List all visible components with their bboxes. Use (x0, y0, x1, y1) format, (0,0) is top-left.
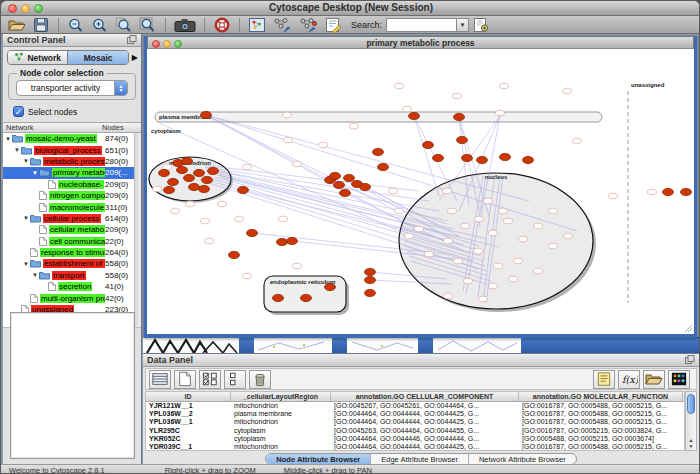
zoom-in-button[interactable] (88, 16, 112, 33)
network-node[interactable] (365, 289, 376, 296)
scrollbar-arrows[interactable]: ▲▼ (686, 437, 696, 449)
float-panel-icon[interactable] (127, 35, 137, 46)
network-node[interactable] (168, 178, 179, 185)
background-window-fragment[interactable] (347, 337, 418, 353)
network-node[interactable] (663, 188, 674, 195)
network-node[interactable] (409, 112, 420, 119)
network-node[interactable] (457, 136, 468, 143)
tab-network-attribute-browser[interactable]: Network Attribute Browser (469, 454, 576, 464)
tree-row[interactable]: response to stimulu264(0) (3, 247, 141, 258)
save-button[interactable] (29, 16, 53, 33)
network-node[interactable] (433, 154, 444, 161)
table-row[interactable]: YLR295Ccytoplasm[GO:0045263, GO:0044464,… (146, 427, 684, 435)
network-node[interactable] (194, 169, 205, 176)
network-node[interactable] (340, 189, 351, 196)
network-node[interactable] (201, 111, 212, 118)
tab-overflow-icon[interactable]: ▶ (132, 53, 138, 62)
network-node[interactable] (360, 183, 371, 190)
attr-select-button[interactable] (199, 370, 221, 389)
scrollbar-thumb[interactable] (687, 394, 695, 414)
tree-row[interactable]: ▼mosaic-demo-yeast874(0) (3, 133, 141, 144)
network-node[interactable] (159, 169, 170, 176)
column-header[interactable]: annotation.GO MOLECULAR_FUNCTION (519, 392, 683, 401)
network-node[interactable] (523, 156, 534, 163)
tree-row[interactable]: cellular metabo209(0) (3, 224, 141, 235)
annotation-button[interactable] (321, 16, 345, 33)
search-dropdown-arrow-icon[interactable]: ▼ (456, 18, 469, 32)
network-node[interactable] (462, 154, 473, 161)
network-node[interactable] (182, 157, 193, 164)
network-node[interactable] (365, 276, 376, 283)
network-node[interactable] (344, 174, 355, 181)
network-node[interactable] (247, 229, 258, 236)
network-node[interactable] (500, 153, 511, 160)
background-window-fragment[interactable] (254, 337, 332, 353)
network-node[interactable] (277, 238, 288, 245)
tree-scrollbar[interactable] (134, 133, 141, 327)
network-node[interactable] (378, 163, 389, 170)
network-node[interactable] (334, 181, 345, 188)
network-canvas[interactable]: plasma membranecytoplasmunassignedmitoch… (147, 49, 694, 334)
folder-button[interactable] (643, 370, 665, 389)
tree-row[interactable]: macromolecule311(0) (3, 201, 141, 212)
network-node[interactable] (208, 167, 219, 174)
tree-expander-icon[interactable]: ▼ (32, 272, 39, 278)
edit-network-alt-button[interactable] (295, 16, 321, 33)
column-header[interactable]: annotation.GO CELLULAR_COMPONENT (331, 392, 519, 401)
background-window-fragment[interactable] (433, 337, 521, 353)
tree-expander-icon[interactable]: ▼ (5, 136, 12, 142)
fx-button[interactable]: f(x) (618, 370, 640, 389)
table-row[interactable]: YDR039C__1mitochondrion[GO:0044464, GO:0… (146, 443, 684, 451)
attr-small-button[interactable] (224, 370, 246, 389)
background-window-edge[interactable] (521, 337, 699, 353)
network-node[interactable] (177, 166, 188, 173)
column-header[interactable]: _cellularLayoutRegion (231, 392, 331, 401)
zoom-selected-button[interactable] (112, 16, 136, 33)
tree-row[interactable]: ▼establishment of lo558(0) (3, 258, 141, 269)
tree-expander-icon[interactable]: ▼ (32, 170, 39, 176)
open-button[interactable] (5, 16, 29, 33)
network-node[interactable] (164, 186, 175, 193)
tree-expander-icon[interactable]: ▼ (14, 147, 21, 153)
search-options-button[interactable] (469, 16, 493, 33)
column-header[interactable]: ID (146, 392, 231, 401)
trash-button[interactable] (249, 370, 271, 389)
edit-network-button[interactable] (269, 16, 295, 33)
tree-row[interactable]: ▼biological_process651(0) (3, 144, 141, 155)
network-node[interactable] (229, 251, 240, 258)
tree-row[interactable]: secretion41(0) (3, 281, 141, 292)
tree-row[interactable]: nitrogen compo209(0) (3, 190, 141, 201)
background-window-edge[interactable] (332, 337, 347, 353)
snapshot-button[interactable] (171, 16, 199, 33)
network-node[interactable] (423, 141, 434, 148)
notes-button[interactable] (593, 370, 615, 389)
network-node[interactable] (477, 156, 488, 163)
table-row[interactable]: YKR052Ccytoplasm[GO:0044464, GO:0044446,… (146, 435, 684, 443)
tab-network[interactable]: Network (8, 51, 67, 64)
network-node[interactable] (325, 283, 336, 290)
table-button[interactable] (149, 370, 171, 389)
tree-row[interactable]: ▼primary metabo209(... (3, 167, 141, 178)
tree-row[interactable]: nucleobase-209(0) (3, 179, 141, 190)
help-button[interactable] (210, 16, 234, 33)
network-node[interactable] (681, 188, 692, 195)
network-node[interactable] (301, 294, 312, 301)
network-node[interactable] (202, 176, 213, 183)
tree-row[interactable]: multi-organism pro42(0) (3, 292, 141, 303)
network-node[interactable] (454, 113, 465, 120)
table-row[interactable]: YPL036W__2plasma membrane[GO:0044464, GO… (146, 410, 684, 418)
network-node[interactable] (330, 172, 341, 179)
tab-mosaic[interactable]: Mosaic (67, 51, 127, 64)
tab-edge-attribute-browser[interactable]: Edge Attribute Browser (371, 454, 469, 464)
network-window-titlebar[interactable]: primary metabolic process (147, 36, 694, 49)
newpage-button[interactable] (174, 370, 196, 389)
tree-expander-icon[interactable]: ▼ (23, 261, 30, 267)
select-nodes-checkbox[interactable]: ✓ (13, 106, 24, 117)
table-scrollbar[interactable]: ▲▼ (685, 391, 697, 451)
birdseye-view-panel[interactable] (10, 312, 135, 459)
network-node[interactable] (238, 186, 249, 193)
tree-expander-icon[interactable]: ▼ (23, 158, 30, 164)
background-window-edge[interactable] (239, 337, 254, 353)
search-input[interactable] (386, 18, 456, 32)
tree-row[interactable]: cell communicat22(0) (3, 236, 141, 247)
